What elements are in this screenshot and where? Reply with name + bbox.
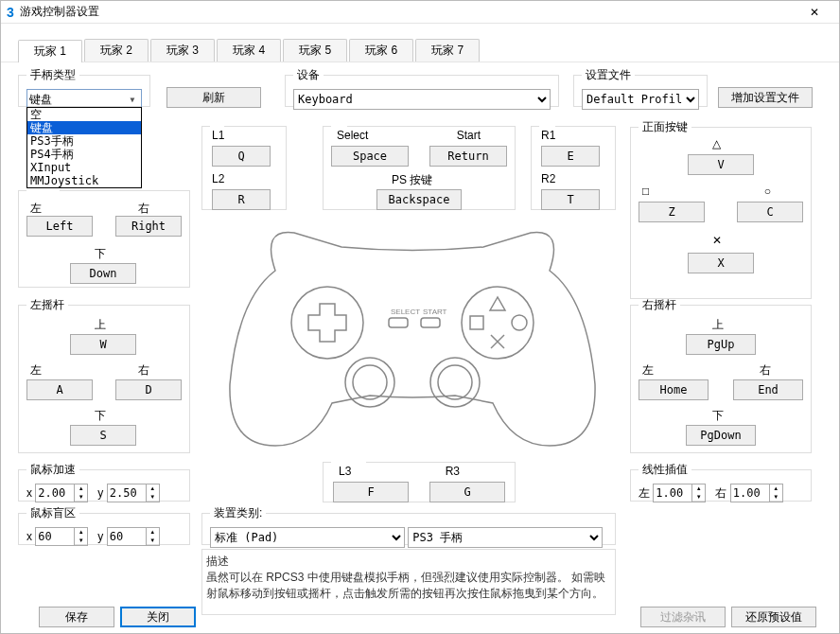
up-arrow-icon[interactable]: ▲ <box>75 484 87 493</box>
profile-select[interactable]: Default Profile <box>582 89 699 110</box>
handler-opt-keyboard[interactable]: 键盘 <box>27 121 141 134</box>
refresh-button[interactable]: 刷新 <box>166 87 261 108</box>
down-arrow-icon[interactable]: ▼ <box>75 537 87 545</box>
mdead-y-label: y <box>97 530 103 543</box>
up-arrow-icon[interactable]: ▲ <box>692 484 705 493</box>
r3-button[interactable]: G <box>429 482 505 502</box>
dpad-down-label: 下 <box>95 246 106 262</box>
select-button[interactable]: Space <box>331 146 409 167</box>
description-box: 描述 虽然可以在 RPCS3 中使用键盘模拟手柄，但强烈建议使用实际控制器。 如… <box>201 549 616 615</box>
handler-opt-ps3[interactable]: PS3手柄 <box>27 134 141 148</box>
handler-opt-empty[interactable]: 空 <box>27 108 141 121</box>
lerp-left-input[interactable] <box>653 484 692 502</box>
close-button[interactable]: 关闭 <box>120 607 196 627</box>
r1-label: R1 <box>541 129 555 142</box>
mdead-x-input[interactable] <box>35 527 75 546</box>
mouse-accel-group: 鼠标加速 x ▲▼ y ▲▼ <box>18 462 190 502</box>
lerp-right-input[interactable] <box>730 484 770 502</box>
device-class-legend: 装置类别: <box>210 505 266 521</box>
filter-noise-button[interactable]: 过滤杂讯 <box>640 607 726 627</box>
rstick-right-button[interactable]: End <box>733 379 803 400</box>
mdead-y-input[interactable] <box>107 527 147 546</box>
cross-icon: ✕ <box>712 234 722 247</box>
down-arrow-icon[interactable]: ▼ <box>147 537 159 545</box>
r2-button[interactable]: T <box>541 189 600 210</box>
down-arrow-icon[interactable]: ▼ <box>692 493 705 502</box>
save-button[interactable]: 保存 <box>39 607 114 627</box>
maccel-y-spin[interactable]: ▲▼ <box>107 484 160 502</box>
l1-button[interactable]: Q <box>212 146 271 167</box>
close-icon[interactable]: ✕ <box>796 1 833 24</box>
lstick-up-button[interactable]: W <box>70 334 136 355</box>
circle-button[interactable]: C <box>737 202 803 222</box>
up-arrow-icon[interactable]: ▲ <box>147 528 159 537</box>
tab-player-4[interactable]: 玩家 4 <box>217 39 281 62</box>
r3-label: R3 <box>446 465 460 478</box>
restore-defaults-button[interactable]: 还原预设值 <box>731 607 816 627</box>
lerp-legend: 线性插值 <box>639 462 691 478</box>
device-type-select[interactable]: PS3 手柄 <box>408 527 603 548</box>
mdead-x-spin[interactable]: ▲▼ <box>35 527 88 546</box>
l3-button[interactable]: F <box>333 482 409 502</box>
up-arrow-icon[interactable]: ▲ <box>147 484 159 493</box>
tab-player-6[interactable]: 玩家 6 <box>349 39 413 62</box>
rstick-down-button[interactable]: PgDown <box>686 425 756 446</box>
triangle-button[interactable]: V <box>688 154 754 175</box>
add-profile-button[interactable]: 增加设置文件 <box>718 87 813 108</box>
down-arrow-icon[interactable]: ▼ <box>770 493 782 502</box>
dpad-left-button[interactable]: Left <box>26 216 93 237</box>
tab-player-2[interactable]: 玩家 2 <box>84 39 149 62</box>
lstick-down-button[interactable]: S <box>70 425 136 446</box>
handler-opt-ps4[interactable]: PS4手柄 <box>27 148 141 161</box>
dpad-right-button[interactable]: Right <box>115 216 182 237</box>
maccel-x-spin[interactable]: ▲▼ <box>35 484 88 502</box>
lstick-left-button[interactable]: A <box>26 379 93 400</box>
description-legend: 描述 <box>206 554 611 570</box>
up-arrow-icon[interactable]: ▲ <box>770 484 782 493</box>
mouse-deadzone-group: 鼠标盲区 x ▲▼ y ▲▼ <box>18 505 190 545</box>
lerp-left-spin[interactable]: ▲▼ <box>653 484 706 502</box>
cross-button[interactable]: X <box>688 253 754 273</box>
rstick-left-button[interactable]: Home <box>639 379 709 400</box>
maccel-y-input[interactable] <box>107 484 147 502</box>
tab-player-5[interactable]: 玩家 5 <box>283 39 347 62</box>
maccel-y-label: y <box>97 486 103 500</box>
tab-player-3[interactable]: 玩家 3 <box>150 39 215 62</box>
rstick-up-button[interactable]: PgUp <box>686 334 756 355</box>
device-class-select[interactable]: 标准 (Pad) <box>210 527 405 548</box>
app-icon: 3 <box>7 5 14 20</box>
ps-button[interactable]: Backspace <box>376 189 462 210</box>
square-button[interactable]: Z <box>639 202 705 222</box>
maccel-x-label: x <box>26 486 32 500</box>
circle-icon: ○ <box>764 185 771 198</box>
svg-rect-7 <box>470 316 483 329</box>
down-arrow-icon[interactable]: ▼ <box>75 493 87 502</box>
square-icon: □ <box>642 185 649 198</box>
maccel-x-input[interactable] <box>35 484 75 502</box>
device-select[interactable]: Keyboard <box>293 89 551 110</box>
rstick-up-label: 上 <box>712 317 724 333</box>
mdead-y-spin[interactable]: ▲▼ <box>107 527 160 546</box>
device-legend: 设备 <box>293 67 324 83</box>
handler-opt-mmjoy[interactable]: MMJoystick <box>27 174 141 187</box>
start-button[interactable]: Return <box>429 146 507 167</box>
lstick-right-button[interactable]: D <box>115 379 182 400</box>
r1-button[interactable]: E <box>541 146 600 167</box>
content-area: 手柄类型 键盘 ▼ 空 键盘 PS3手柄 PS4手柄 XInput MMJoys… <box>1 62 839 633</box>
down-arrow-icon[interactable]: ▼ <box>147 493 159 502</box>
stick-buttons-group: L3R3 L3 F R3 G <box>323 455 516 502</box>
lerp-right-spin[interactable]: ▲▼ <box>730 484 783 502</box>
tab-player-1[interactable]: 玩家 1 <box>18 40 82 62</box>
svg-marker-6 <box>490 297 505 310</box>
handler-type-dropdown[interactable]: 空 键盘 PS3手柄 PS4手柄 XInput MMJoystick <box>26 107 142 188</box>
tab-player-7[interactable]: 玩家 7 <box>415 39 480 62</box>
dpad-right-label: 右 <box>138 201 149 217</box>
window: 3 游戏控制器设置 ✕ 玩家 1 玩家 2 玩家 3 玩家 4 玩家 5 玩家 … <box>0 0 840 634</box>
handler-opt-xinput[interactable]: XInput <box>27 161 141 174</box>
dpad-down-button[interactable]: Down <box>70 263 136 284</box>
ps-label: PS 按键 <box>392 172 432 188</box>
up-arrow-icon[interactable]: ▲ <box>75 528 87 537</box>
l2-button[interactable]: R <box>212 189 271 210</box>
face-legend: 正面按键 <box>639 119 691 135</box>
mouse-accel-legend: 鼠标加速 <box>26 462 79 478</box>
